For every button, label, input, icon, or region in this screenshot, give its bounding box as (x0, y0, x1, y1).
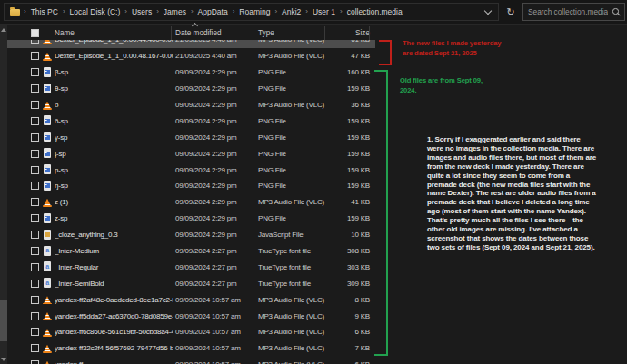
table-row[interactable]: β-sp 09/09/2024 2:29 pm PNG File 160 KB (7, 64, 375, 81)
column-separator[interactable] (171, 26, 172, 40)
file-date-modified: 09/09/2024 10:57 am (173, 360, 254, 364)
row-checkbox[interactable] (31, 296, 39, 304)
table-row[interactable]: _cloze_anything_0.3 09/09/2024 2:29 pm J… (7, 227, 375, 243)
table-row[interactable]: ŋ-sp 09/09/2024 2:29 pm PNG File 159 KB (7, 178, 375, 194)
row-checkbox[interactable] (31, 133, 39, 142)
red-annotation-bracket (379, 40, 392, 65)
red-note-line: are dated Sept 21, 2025 (403, 48, 501, 58)
table-row[interactable]: ð-sp 09/09/2024 2:29 pm PNG File 159 KB (7, 113, 375, 129)
file-size: 6 KB (325, 328, 370, 336)
file-size: 6 KB (325, 360, 370, 364)
column-header-size[interactable]: Size (325, 29, 370, 37)
table-row[interactable]: yandex-ff2af48e-0aededed-8ee1a7c2-52b...… (7, 291, 375, 308)
table-row[interactable]: yandex-ff5dda27-ac6370d0-78d0859e-49... … (7, 308, 375, 324)
row-checkbox[interactable] (31, 182, 39, 190)
breadcrumb-item[interactable]: Anki2 (282, 7, 301, 16)
row-checkbox[interactable] (31, 214, 39, 222)
breadcrumb: ›This PC›Local Disk (C:)›Users›James›App… (24, 7, 478, 16)
row-checkbox[interactable] (31, 360, 39, 364)
file-name: yandex-ff6c860e-561c19bf-50cbd8a4-488... (55, 328, 173, 336)
column-separator[interactable] (324, 26, 325, 40)
row-checkbox[interactable] (31, 166, 39, 174)
column-header-date[interactable]: Date modified (173, 29, 254, 37)
file-date-modified: 09/09/2024 2:29 pm (173, 231, 254, 239)
file-type: MP3 Audio File (VLC) (254, 344, 325, 352)
file-name: ð-sp (55, 117, 173, 125)
breadcrumb-separator: › (124, 8, 127, 15)
file-type: MP3 Audio File (VLC) (254, 52, 325, 60)
table-row[interactable]: z-sp 09/09/2024 2:29 pm PNG File 159 KB (7, 211, 375, 227)
table-row[interactable]: Dexter_Episode_1_1_0.00.44.400-0.00.48.1… (7, 40, 375, 48)
row-checkbox[interactable] (31, 52, 39, 60)
breadcrumb-item[interactable]: Roaming (239, 7, 270, 16)
scroll-up-icon[interactable] (1, 28, 6, 32)
row-checkbox[interactable] (31, 198, 39, 206)
breadcrumb-item[interactable]: AppData (198, 7, 228, 16)
file-name: ɲ-sp (55, 166, 173, 174)
scroll-down-icon[interactable] (1, 358, 6, 361)
row-checkbox[interactable] (31, 312, 39, 320)
file-size: 159 KB (325, 150, 370, 158)
file-name: Dexter_Episode_1_1_0.00.48.167-0.00.51.0… (55, 52, 173, 60)
row-checkbox[interactable] (31, 344, 39, 352)
table-row[interactable]: yandex-ff32c2f4-56f57692-79477d56-b18...… (7, 340, 375, 357)
row-checkbox[interactable] (31, 117, 39, 125)
file-name: _Inter-Regular (55, 263, 173, 271)
row-checkbox[interactable] (31, 231, 39, 239)
row-checkbox[interactable] (31, 84, 39, 93)
scrollbar-thumb[interactable] (0, 300, 7, 341)
file-type-icon (42, 246, 53, 257)
table-row[interactable]: ð 09/09/2024 2:29 pm MP3 Audio File (VLC… (7, 97, 375, 113)
column-separator[interactable] (254, 26, 254, 40)
row-checkbox[interactable] (31, 263, 39, 271)
row-checkbox[interactable] (31, 280, 39, 288)
table-row[interactable]: Dexter_Episode_1_1_0.00.48.167-0.00.51.0… (7, 48, 375, 64)
green-note: Old files are from Sept 09, 2024. (400, 75, 483, 95)
file-name: yandex-ff32c2f4-56f57692-79477d56-b18... (55, 344, 173, 352)
red-note-line: The new files I made yesterday (403, 38, 501, 48)
file-type-icon (42, 343, 53, 354)
breadcrumb-separator: › (63, 8, 65, 15)
breadcrumb-item[interactable]: Users (132, 7, 152, 16)
file-name: _Inter-Medium (55, 247, 173, 255)
table-row[interactable]: _Inter-Regular 09/09/2024 2:27 pm TrueTy… (7, 259, 375, 275)
table-row[interactable]: yandex-ff... 09/09/2024 10:57 am MP3 Aud… (7, 357, 375, 364)
row-checkbox[interactable] (31, 101, 39, 109)
table-row[interactable]: γ-sp 09/09/2024 2:29 pm PNG File 159 KB (7, 129, 375, 145)
file-name: yandex-ff2af48e-0aededed-8ee1a7c2-52b... (55, 296, 173, 304)
table-row[interactable]: ɲ-sp 09/09/2024 2:29 pm PNG File 159 KB (7, 162, 375, 178)
table-row[interactable]: ɟ-sp 09/09/2024 2:29 pm PNG File 159 KB (7, 145, 375, 162)
refresh-icon[interactable]: ↻ (503, 7, 518, 17)
column-header-type[interactable]: Type (254, 29, 325, 37)
file-type: PNG File (254, 84, 325, 93)
select-all-checkbox[interactable] (31, 29, 39, 37)
vertical-scrollbar[interactable] (0, 25, 7, 364)
row-checkbox[interactable] (31, 150, 39, 158)
breadcrumb-item[interactable]: User 1 (313, 7, 335, 16)
file-date-modified: 09/09/2024 2:29 pm (173, 198, 254, 206)
table-row[interactable]: θ-sp 09/09/2024 2:29 pm PNG File 159 KB (7, 81, 375, 97)
chevron-down-icon[interactable] (484, 6, 492, 14)
column-header-name[interactable]: Name (55, 29, 173, 37)
file-size: 41 KB (325, 198, 370, 206)
search-placeholder: Search collection.media (528, 7, 608, 16)
table-row[interactable]: _Inter-Medium 09/09/2024 2:27 pm TrueTyp… (7, 243, 375, 260)
row-checkbox[interactable] (31, 247, 39, 255)
table-row[interactable]: yandex-ff6c860e-561c19bf-50cbd8a4-488...… (7, 324, 375, 340)
row-checkbox[interactable] (31, 328, 39, 336)
file-size: 309 KB (325, 280, 370, 288)
table-row[interactable]: z (1) 09/09/2024 2:29 pm MP3 Audio File … (7, 194, 375, 211)
breadcrumb-item[interactable]: collection.media (347, 7, 403, 16)
file-type-icon (42, 310, 53, 321)
row-checkbox[interactable] (31, 40, 39, 44)
file-size: 159 KB (325, 166, 370, 174)
breadcrumb-item[interactable]: Local Disk (C:) (70, 7, 121, 16)
breadcrumb-item[interactable]: This PC (31, 7, 58, 16)
table-row[interactable]: _Inter-SemiBold 09/09/2024 2:27 pm TrueT… (7, 275, 375, 291)
breadcrumb-item[interactable]: James (164, 7, 186, 16)
column-separator[interactable] (369, 26, 370, 40)
file-name: γ-sp (55, 133, 173, 142)
address-bar[interactable]: ›This PC›Local Disk (C:)›Users›James›App… (4, 3, 499, 21)
row-checkbox[interactable] (31, 68, 39, 76)
search-box[interactable]: Search collection.media (522, 3, 625, 21)
